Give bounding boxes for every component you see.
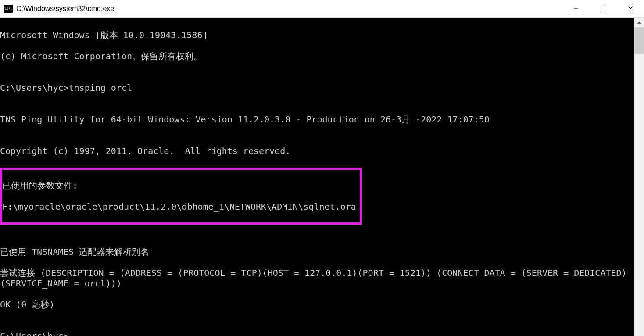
terminal-wrapper: Microsoft Windows [版本 10.0.19043.1586] (… — [0, 18, 644, 336]
prompt-text: C:\Users\hyc> — [0, 331, 69, 336]
prompt-line: C:\Users\hyc> — [0, 331, 634, 336]
close-icon — [627, 6, 633, 12]
scroll-thumb[interactable] — [634, 27, 644, 54]
close-button[interactable] — [617, 0, 644, 17]
output-line: 已使用 TNSNAMES 适配器来解析别名 — [0, 247, 634, 257]
window-title: C:\Windows\system32\cmd.exe — [16, 5, 562, 13]
prompt-line: C:\Users\hyc>tnsping orcl — [0, 82, 634, 93]
output-line: (c) Microsoft Corporation。保留所有权利。 — [0, 51, 634, 61]
maximize-button[interactable] — [590, 0, 617, 17]
output-line: Copyright (c) 1997, 2011, Oracle. All ri… — [0, 146, 634, 156]
window-titlebar: C:\. C:\Windows\system32\cmd.exe — [0, 0, 644, 18]
terminal-output[interactable]: Microsoft Windows [版本 10.0.19043.1586] (… — [0, 18, 634, 336]
maximize-icon — [601, 6, 606, 11]
chevron-up-icon — [637, 21, 641, 24]
highlight-annotation: 已使用的参数文件: F:\myoracle\oracle\product\11.… — [0, 168, 362, 225]
svg-rect-1 — [601, 7, 605, 11]
vertical-scrollbar[interactable] — [634, 18, 644, 336]
scroll-up-button[interactable] — [634, 18, 644, 27]
window-controls — [562, 0, 644, 17]
output-line: 尝试连接 (DESCRIPTION = (ADDRESS = (PROTOCOL… — [0, 268, 634, 289]
output-line: TNS Ping Utility for 64-bit Windows: Ver… — [0, 114, 634, 125]
cmd-icon-text: C:\. — [4, 7, 12, 11]
highlight-line: 已使用的参数文件: — [2, 180, 356, 191]
output-line: OK (0 毫秒) — [0, 299, 634, 310]
cmd-icon: C:\. — [4, 5, 13, 13]
scroll-track[interactable] — [634, 27, 644, 336]
highlight-line: F:\myoracle\oracle\product\11.2.0\dbhome… — [2, 201, 356, 212]
output-line: Microsoft Windows [版本 10.0.19043.1586] — [0, 30, 634, 40]
minimize-icon — [573, 6, 579, 11]
minimize-button[interactable] — [562, 0, 590, 17]
